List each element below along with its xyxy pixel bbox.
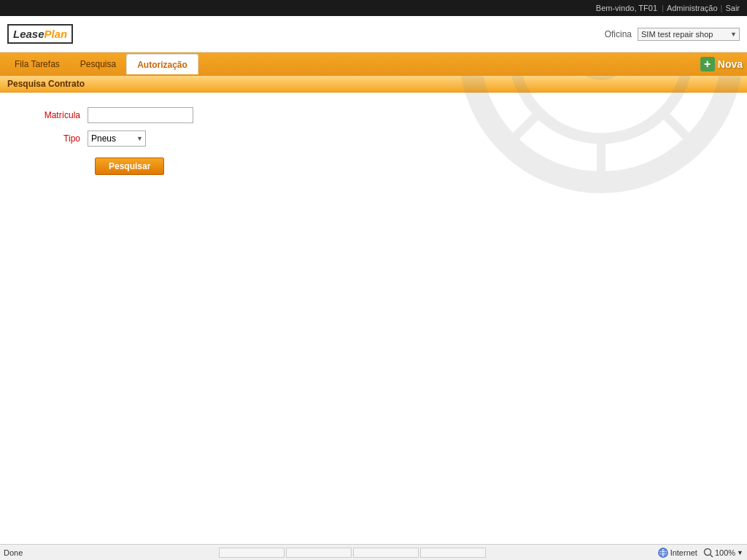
status-seg-1: [219, 548, 285, 558]
logo: LeasePlan: [7, 24, 73, 44]
tab-pesquisa[interactable]: Pesquisa: [70, 54, 126, 74]
content-area: Pesquisa Contrato Matrícula Tipo PneusMa…: [0, 76, 747, 197]
status-segments: [47, 548, 658, 558]
status-bar: Done Internet 100% ▼: [0, 544, 747, 560]
zoom-icon: [703, 548, 713, 558]
nova-label: Nova: [718, 58, 743, 70]
svg-line-21: [710, 554, 713, 557]
status-seg-4: [420, 548, 486, 558]
matricula-row: Matrícula: [29, 107, 718, 123]
logo-box: LeasePlan: [7, 24, 73, 44]
welcome-text: Bem-vindo, TF01: [596, 4, 657, 12]
oficina-select-wrapper[interactable]: SIM test repair shop: [638, 28, 740, 41]
zoom-label: 100%: [715, 548, 735, 557]
pesquisar-button[interactable]: Pesquisar: [95, 158, 164, 175]
tab-autorizacao[interactable]: Autorização: [126, 54, 198, 74]
tipo-select[interactable]: PneusManutençãoOutros: [88, 131, 146, 147]
logo-plan: Plan: [44, 28, 68, 40]
zoom-control[interactable]: 100% ▼: [703, 548, 743, 558]
status-seg-2: [286, 548, 352, 558]
internet-label: Internet: [670, 548, 697, 557]
tipo-row: Tipo PneusManutençãoOutros: [29, 131, 718, 147]
top-bar: Bem-vindo, TF01 | Administração | Sair: [0, 0, 747, 16]
zoom-chevron[interactable]: ▼: [737, 549, 743, 556]
exit-link[interactable]: Sair: [725, 4, 740, 12]
logo-lease: Lease: [13, 28, 44, 40]
status-seg-3: [353, 548, 419, 558]
plus-icon: +: [700, 57, 715, 71]
header-right: Oficina SIM test repair shop: [605, 28, 740, 41]
oficina-select[interactable]: SIM test repair shop: [638, 28, 740, 41]
svg-point-20: [704, 548, 711, 555]
matricula-label: Matrícula: [29, 110, 88, 120]
search-row: Pesquisar: [29, 154, 718, 175]
status-right: Internet 100% ▼: [658, 548, 743, 558]
status-done: Done: [4, 548, 47, 557]
oficina-label: Oficina: [605, 29, 632, 39]
form-area: Matrícula Tipo PneusManutençãoOutros Pes…: [0, 93, 747, 197]
globe-icon: [658, 548, 668, 558]
tipo-select-wrapper[interactable]: PneusManutençãoOutros: [88, 131, 146, 147]
tipo-label: Tipo: [29, 133, 88, 144]
nav-bar: Fila Tarefas Pesquisa Autorização + Nova: [0, 52, 747, 76]
separator1: |: [662, 4, 664, 12]
tab-fila-tarefas[interactable]: Fila Tarefas: [4, 54, 70, 74]
matricula-input[interactable]: [88, 107, 193, 123]
section-header: Pesquisa Contrato: [0, 76, 747, 93]
section-title: Pesquisa Contrato: [7, 79, 85, 89]
admin-link[interactable]: Administração: [667, 4, 718, 12]
separator2: |: [721, 4, 723, 12]
nova-button[interactable]: + Nova: [700, 57, 743, 71]
header: LeasePlan Oficina SIM test repair shop: [0, 16, 747, 52]
internet-status: Internet: [658, 548, 697, 558]
